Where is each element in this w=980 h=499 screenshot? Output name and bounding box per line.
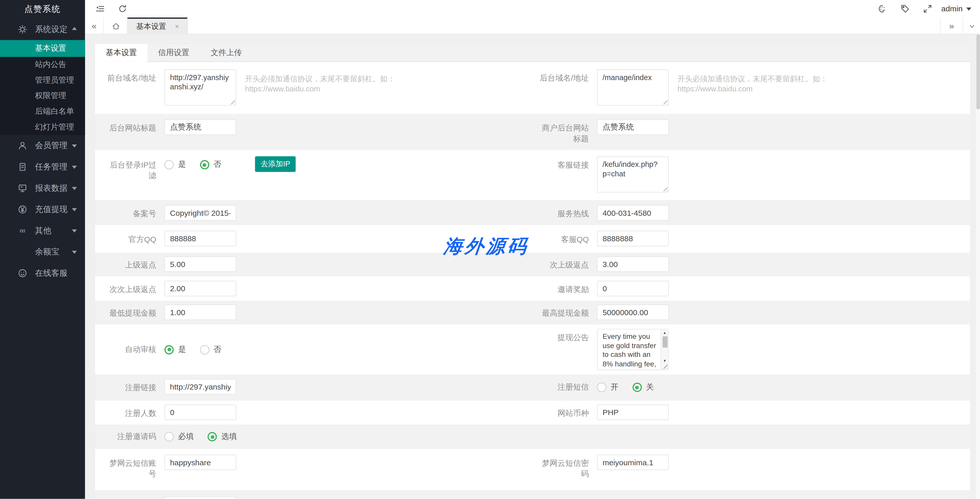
radio-label: 否 xyxy=(213,159,221,170)
sidebar-item-task-management[interactable]: 任务管理 xyxy=(0,156,85,178)
tab-file-upload[interactable]: 文件上传 xyxy=(200,44,253,62)
field-label: 邀请奖励 xyxy=(538,281,589,295)
sidebar-item-member-management[interactable]: 会员管理 xyxy=(0,135,85,156)
chevron-up-icon xyxy=(72,27,77,30)
palette-icon[interactable] xyxy=(878,4,888,14)
settings-card: 基本设置 信用设置 文件上传 前台域名/地址 http://297.yanshi… xyxy=(95,44,970,499)
sidebar-item-online-service[interactable]: 在线客服 xyxy=(0,263,85,284)
sidebar-item-label: 任务管理 xyxy=(35,156,67,178)
merchant-site-title-input[interactable] xyxy=(597,120,669,135)
tab-basic-settings[interactable]: 基本设置 xyxy=(95,44,148,62)
field-label: 次上级返点 xyxy=(538,257,589,271)
page-scroll-thumb[interactable] xyxy=(977,35,980,110)
sidebar-item-yuebao[interactable]: 余额宝 xyxy=(0,241,85,263)
radio-no[interactable] xyxy=(200,160,209,169)
radio-optional[interactable] xyxy=(207,432,217,441)
currency-input[interactable] xyxy=(597,405,669,420)
radio-label: 选填 xyxy=(221,431,237,442)
field-label: 后台网站标题 xyxy=(105,120,156,134)
field-label: 注册短信 xyxy=(538,382,589,393)
third-parent-rebate-field: 次次上级返点 xyxy=(105,281,538,297)
scroll-thumb[interactable] xyxy=(662,336,667,348)
tabs-menu-button[interactable] xyxy=(963,18,980,35)
admin-site-title-input[interactable] xyxy=(164,120,236,135)
icp-field: 备案号 xyxy=(105,205,538,221)
chevron-down-icon xyxy=(966,8,971,11)
sidebar-item-label: 会员管理 xyxy=(35,135,67,156)
field-label: 最低提现金额 xyxy=(105,305,156,319)
invite-code-radio-group: 必填 选填 xyxy=(164,428,251,445)
sms-account-input[interactable] xyxy=(164,454,236,470)
sidebar-item-label: 基本设置 xyxy=(35,40,66,57)
radio-label: 是 xyxy=(178,159,186,170)
radio-label: 关 xyxy=(646,382,654,393)
icp-input[interactable] xyxy=(164,205,236,221)
sidebar-item-recharge-withdraw[interactable]: 充值提现 xyxy=(0,199,85,220)
invite-reward-input[interactable] xyxy=(597,281,669,297)
add-ip-button[interactable]: 去添加IP xyxy=(255,156,296,172)
register-count-field: 注册人数 xyxy=(105,405,538,420)
field-hint: 开头必须加通信协议，末尾不要留斜杠。如：https://www.baidu.co… xyxy=(678,70,865,94)
second-parent-rebate-input[interactable] xyxy=(597,257,669,272)
max-withdraw-input[interactable] xyxy=(597,305,669,320)
scroll-down-icon[interactable]: ▼ xyxy=(663,358,667,364)
sidebar-item-system-settings[interactable]: 系统设定 xyxy=(0,19,85,40)
register-sms-radio-group: 开 关 xyxy=(597,379,668,396)
tab-credit-settings[interactable]: 信用设置 xyxy=(148,44,200,62)
register-count-input[interactable] xyxy=(164,405,236,420)
official-qq-input[interactable] xyxy=(164,231,236,246)
sidebar-item-admin-management[interactable]: 管理员管理 xyxy=(0,73,85,88)
max-withdraw-field: 最高提现金额 xyxy=(538,305,970,320)
service-qq-input[interactable] xyxy=(597,231,669,246)
field-label: 次次上级返点 xyxy=(105,281,156,295)
radio-on[interactable] xyxy=(597,383,606,392)
fullscreen-icon[interactable] xyxy=(923,4,932,14)
refresh-icon[interactable] xyxy=(118,4,127,14)
invite-code-field: 注册邀请码 必填 选填 xyxy=(105,428,538,445)
open-tab-basic-settings[interactable]: 基本设置× xyxy=(127,18,188,35)
sidebar-item-basic-settings[interactable]: 基本设置 xyxy=(0,40,85,57)
chevron-down-icon xyxy=(72,208,77,211)
back-domain-textarea[interactable]: /manage/index xyxy=(597,70,669,106)
sidebar-item-other[interactable]: ∞ 其他 xyxy=(0,220,85,242)
tag-icon[interactable] xyxy=(900,4,910,14)
tabs-scroll-right-button[interactable]: » xyxy=(940,18,963,35)
front-domain-textarea[interactable]: http://297.yanshiyanshi.xyz/ xyxy=(164,70,236,106)
tabs-scroll-left-button[interactable]: « xyxy=(85,18,104,35)
page-scrollbar[interactable] xyxy=(975,35,980,499)
radio-required[interactable] xyxy=(164,432,174,441)
radio-yes[interactable] xyxy=(164,345,174,354)
radio-yes[interactable] xyxy=(164,160,174,169)
field-label: 服务热线 xyxy=(538,205,589,219)
register-link-field: 注册链接 xyxy=(105,379,538,396)
sidebar-item-report-data[interactable]: 报表数据 xyxy=(0,178,85,199)
sidebar-item-site-announcement[interactable]: 站内公告 xyxy=(0,57,85,73)
sidebar-item-label: 管理员管理 xyxy=(35,73,74,88)
sidebar-item-slideshow-management[interactable]: 幻灯片管理 xyxy=(0,120,85,135)
scroll-up-icon[interactable]: ▲ xyxy=(663,330,667,336)
home-tab-button[interactable] xyxy=(104,18,127,35)
member-level-select[interactable]: 白银会员 xyxy=(164,496,236,499)
tab-label: 基本设置 xyxy=(136,22,166,30)
third-parent-rebate-input[interactable] xyxy=(164,281,236,297)
withdraw-notice-textarea[interactable]: Every time you use gold transfer to cash… xyxy=(597,329,669,370)
sidebar-item-label: 权限管理 xyxy=(35,88,66,104)
sidebar-item-label: 站内公告 xyxy=(35,57,66,73)
user-menu[interactable]: admin xyxy=(942,0,972,18)
field-label: 上级返点 xyxy=(105,257,156,271)
sidebar-item-permission-management[interactable]: 权限管理 xyxy=(0,88,85,104)
close-icon[interactable]: × xyxy=(175,22,179,30)
hotline-input[interactable] xyxy=(597,205,669,221)
register-link-input[interactable] xyxy=(164,379,236,394)
sidebar-item-backend-whitelist[interactable]: 后端白名单 xyxy=(0,104,85,120)
parent-rebate-input[interactable] xyxy=(164,257,236,272)
menu-fold-icon[interactable] xyxy=(95,4,105,14)
settings-tabs: 基本设置 信用设置 文件上传 xyxy=(95,44,970,62)
radio-no[interactable] xyxy=(200,345,209,354)
scrollbar[interactable]: ▲ ▼ xyxy=(661,330,668,370)
sms-password-input[interactable] xyxy=(597,454,669,470)
kefu-link-textarea[interactable]: /kefu/index.php?p=chat xyxy=(597,156,669,193)
auto-audit-radio-group: 是 否 xyxy=(164,341,235,358)
min-withdraw-input[interactable] xyxy=(164,305,236,320)
radio-off[interactable] xyxy=(632,383,641,392)
